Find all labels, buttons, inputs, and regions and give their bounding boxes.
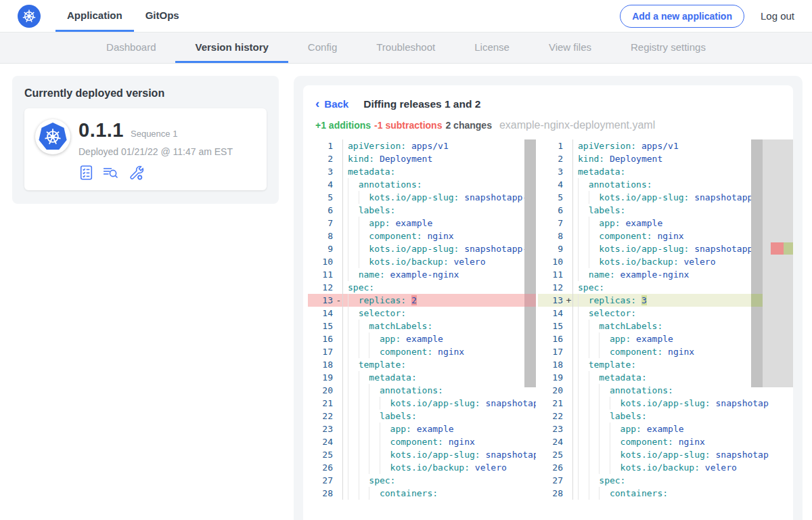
tab-view-files[interactable]: View files: [529, 32, 611, 63]
diff-filename: example-nginx-deployment.yaml: [499, 119, 655, 131]
code-line: 15 matchLabels:: [308, 320, 536, 332]
code-line: 27 spec:: [538, 474, 793, 487]
overview-deletion-marker: [771, 242, 784, 255]
top-navigation-bar: Application GitOps Add a new application…: [0, 0, 812, 32]
diff-pane-right[interactable]: 1apiVersion: apps/v12kind: Deployment3me…: [538, 139, 793, 502]
deployed-version-card: 0.1.1 Sequence 1 Deployed 01/21/22 @ 11:…: [24, 108, 267, 190]
release-notes-icon[interactable]: [102, 165, 120, 181]
additions-count: +1 additions: [315, 120, 371, 131]
code-line: 18 template:: [308, 358, 536, 371]
code-line: 28 containers:: [308, 487, 536, 500]
logout-button[interactable]: Log out: [761, 10, 794, 22]
code-line: 21 kots.io/app-slug: snapshotap: [308, 397, 536, 410]
main-content: Currently deployed version: [0, 64, 812, 520]
config-tools-icon[interactable]: [127, 165, 144, 181]
tab-application[interactable]: Application: [55, 0, 134, 32]
add-application-button[interactable]: Add a new application: [620, 5, 744, 28]
diff-panel: ‹ Back Diffing releases 1 and 2 +1 addit…: [294, 76, 803, 520]
kubernetes-logo-icon: [18, 5, 41, 28]
deployed-timestamp: Deployed 01/21/22 @ 11:47 am EST: [78, 146, 233, 157]
tab-gitops[interactable]: GitOps: [134, 0, 191, 32]
diff-card: ‹ Back Diffing releases 1 and 2 +1 addit…: [303, 85, 793, 520]
chevron-left-icon: ‹: [315, 97, 319, 110]
code-line: 27 spec:: [308, 474, 536, 487]
currently-deployed-card: Currently deployed version: [12, 76, 279, 204]
subtractions-count: -1 subtractions: [374, 120, 442, 131]
code-line: 22 labels:: [538, 410, 793, 422]
code-line: 28 containers:: [538, 487, 793, 500]
code-line: 25 kots.io/app-slug: snapshotap: [308, 448, 536, 461]
overview-addition-marker: [784, 242, 793, 255]
code-line: 24 component: nginx: [308, 435, 536, 448]
scrollbar-thumb[interactable]: [524, 139, 536, 387]
diff-pane-left[interactable]: 1apiVersion: apps/v12kind: Deployment3me…: [308, 139, 536, 502]
tab-troubleshoot[interactable]: Troubleshoot: [357, 32, 455, 63]
code-line: 19 metadata:: [308, 371, 536, 384]
brand: [18, 0, 41, 32]
code-line: 22 labels:: [308, 410, 536, 422]
topbar-actions: Add a new application Log out: [620, 0, 812, 32]
deployed-version-details: 0.1.1 Sequence 1 Deployed 01/21/22 @ 11:…: [78, 119, 233, 181]
code-line: 26 kots.io/backup: velero: [308, 461, 536, 474]
version-number: 0.1.1: [78, 119, 124, 142]
sequence-label: Sequence 1: [131, 129, 177, 139]
code-line: 23 app: example: [308, 422, 536, 435]
code-line: 16 app: example: [308, 332, 536, 345]
code-line: 1apiVersion: apps/v1: [308, 139, 536, 152]
code-line: 25 kots.io/app-slug: snapshotap: [538, 448, 793, 461]
tab-dashboard[interactable]: Dashboard: [87, 32, 175, 63]
code-line: 6 labels:: [308, 204, 536, 217]
tab-config[interactable]: Config: [288, 32, 357, 63]
back-link[interactable]: ‹ Back: [315, 98, 348, 110]
code-line: 12spec:: [308, 281, 536, 294]
code-line: 2kind: Deployment: [308, 152, 536, 165]
code-line: 10 kots.io/backup: velero: [308, 255, 536, 268]
tab-registry-settings[interactable]: Registry settings: [611, 32, 725, 63]
code-line: 9 kots.io/app-slug: snapshotapp-mu: [308, 242, 536, 255]
code-line: 4 annotations:: [308, 178, 536, 191]
code-line: 8 component: nginx: [308, 230, 536, 242]
diff-title: Diffing releases 1 and 2: [363, 98, 480, 110]
code-line: 23 app: example: [538, 422, 793, 435]
code-line: 26 kots.io/backup: velero: [538, 461, 793, 474]
code-line: 21 kots.io/app-slug: snapshotap: [538, 397, 793, 410]
diff-overview-ruler[interactable]: [763, 139, 793, 387]
code-line: 3metadata:: [308, 165, 536, 178]
scrollbar-diff-marker: [751, 294, 763, 307]
deployed-card-title: Currently deployed version: [24, 87, 267, 100]
code-line: 24 component: nginx: [538, 435, 793, 448]
app-icon: [35, 119, 70, 154]
diff-body: 1apiVersion: apps/v12kind: Deployment3me…: [308, 139, 793, 502]
scrollbar-thumb[interactable]: [751, 139, 763, 387]
code-line: 13- replicas: 2: [308, 294, 536, 307]
tab-version-history[interactable]: Version history: [175, 32, 288, 63]
code-line: 14 selector:: [308, 307, 536, 320]
diff-stats: +1 additions -1 subtractions 2 changes e…: [303, 119, 793, 131]
app-sub-navigation: Dashboard Version history Config Trouble…: [0, 32, 812, 64]
changes-count: 2 changes: [445, 120, 491, 131]
code-line: 17 component: nginx: [308, 345, 536, 358]
checklist-icon[interactable]: [78, 165, 94, 181]
code-line: 20 annotations:: [308, 384, 536, 397]
code-line: 7 app: example: [308, 217, 536, 230]
version-actions: [78, 165, 233, 181]
tab-license[interactable]: License: [455, 32, 529, 63]
code-line: 5 kots.io/app-slug: snapshotapp-mu: [308, 191, 536, 204]
code-line: 11 name: example-nginx: [308, 268, 536, 281]
scrollbar-diff-marker: [524, 294, 536, 307]
